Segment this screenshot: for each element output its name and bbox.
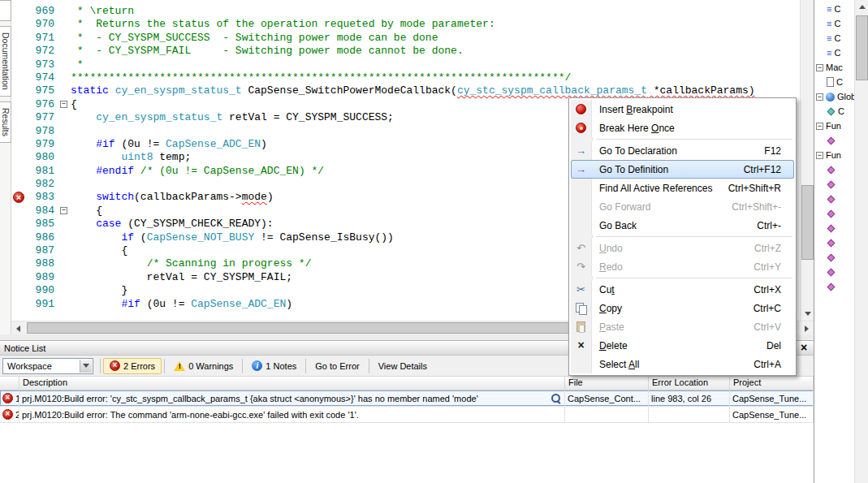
tree-item[interactable]: Fun	[816, 119, 854, 133]
breakpoint-margin[interactable]	[11, 71, 26, 84]
scroll-left-button[interactable]	[11, 321, 25, 335]
fold-toggle-icon[interactable]	[60, 207, 67, 214]
tree-item[interactable]: C	[816, 2, 854, 16]
breakpoint-margin[interactable]	[11, 111, 26, 124]
tree-item[interactable]	[816, 162, 854, 177]
tree-item[interactable]	[816, 177, 854, 192]
code-text[interactable]: * Returns the status of the operation re…	[71, 18, 495, 31]
left-tab-documentation[interactable]: Documentation	[0, 26, 11, 97]
notice-row[interactable]: 1prj.M0120:Build error: 'cy_stc_syspm_ca…	[0, 390, 814, 407]
code-text[interactable]: * \return	[71, 5, 134, 18]
collapse-icon[interactable]	[816, 64, 823, 71]
breakpoint-margin[interactable]	[11, 125, 26, 138]
code-text[interactable]: * - CY_SYSPM_SUCCESS - Switching power m…	[71, 32, 438, 45]
collapse-icon[interactable]	[816, 152, 823, 159]
tree-scrollbar-thumb[interactable]	[856, 15, 868, 80]
menu-item-cut[interactable]: CutCtrl+X	[571, 280, 794, 299]
breakpoint-margin[interactable]	[11, 138, 26, 151]
tree-item[interactable]: Glob	[816, 89, 854, 104]
tree-item[interactable]: Mac	[816, 60, 854, 75]
menu-item-find-all-active-references[interactable]: Find All Active ReferencesCtrl+Shift+R	[571, 179, 794, 197]
breakpoint-margin[interactable]	[11, 58, 26, 71]
menu-item-break-here-once[interactable]: Break Here Once	[571, 119, 794, 137]
code-text[interactable]: }	[71, 284, 127, 297]
notes-filter-button[interactable]: 1 Notes	[245, 358, 303, 374]
breakpoint-margin[interactable]	[11, 284, 26, 297]
menu-item-insert-breakpoint[interactable]: Insert Breakpoint	[571, 100, 794, 119]
code-text[interactable]: cy_en_syspm_status_t retVal = CY_SYSPM_S…	[71, 111, 394, 124]
code-text[interactable]: if (CapSense_NOT_BUSY != CapSense_IsBusy…	[71, 231, 394, 244]
breakpoint-margin[interactable]	[11, 151, 26, 164]
left-tab-partial[interactable]	[0, 0, 11, 21]
code-text[interactable]: {	[71, 244, 127, 257]
breakpoint-margin[interactable]	[11, 205, 26, 218]
scroll-up-button[interactable]	[855, 0, 868, 14]
notice-row[interactable]: 2prj.M0120:Build error: The command 'arm…	[0, 407, 814, 423]
tree-item[interactable]: C	[816, 104, 854, 119]
code-text[interactable]: {	[71, 205, 102, 218]
menu-item-go-back[interactable]: Go BackCtrl+-	[571, 216, 794, 235]
scroll-down-button[interactable]	[801, 307, 814, 321]
code-text[interactable]: ****************************************…	[71, 71, 571, 84]
breakpoint-margin[interactable]	[11, 178, 26, 191]
menu-item-go-to-definition[interactable]: Go To DefinitionCtrl+F12	[571, 160, 794, 179]
tree-vertical-scrollbar[interactable]	[854, 0, 868, 483]
tree-item[interactable]	[816, 265, 854, 279]
breakpoint-margin[interactable]	[11, 191, 26, 204]
collapse-icon[interactable]	[816, 123, 823, 130]
code-text[interactable]: * - CY_SYSPM_FAIL - Switching power mode…	[71, 45, 464, 58]
breakpoint-margin[interactable]	[11, 98, 26, 111]
column-header-error-location[interactable]: Error Location	[649, 377, 730, 390]
breakpoint-margin[interactable]	[11, 165, 26, 178]
close-icon[interactable]	[798, 343, 810, 354]
breakpoint-margin[interactable]	[11, 218, 26, 231]
breakpoint-margin[interactable]	[11, 271, 26, 284]
tree-item[interactable]: C	[816, 16, 854, 31]
menu-item-select-all[interactable]: Select AllCtrl+A	[571, 355, 794, 373]
code-text[interactable]: switch(callbackParams->mode)	[71, 191, 274, 204]
scope-filter-select[interactable]: Workspace	[2, 358, 93, 374]
breakpoint-margin[interactable]	[11, 298, 26, 311]
code-text[interactable]: *	[71, 58, 84, 71]
goto-error-button[interactable]: Go to Error	[309, 358, 365, 374]
tree-item[interactable]: Fun	[816, 148, 854, 162]
menu-item-paste[interactable]: PasteCtrl+V	[571, 317, 794, 336]
column-header-file[interactable]: File	[565, 377, 649, 390]
column-header-description[interactable]: Description	[19, 377, 565, 390]
magnifier-icon[interactable]	[551, 393, 562, 404]
tree-item[interactable]	[816, 133, 854, 148]
left-tab-results[interactable]: Results	[0, 101, 11, 143]
code-text[interactable]: #if (0u != CapSense_ADC_EN)	[71, 138, 267, 151]
tree-item[interactable]: C	[816, 75, 854, 89]
breakpoint-margin[interactable]	[11, 32, 26, 45]
tree-item[interactable]: C	[816, 45, 854, 60]
code-text[interactable]: case (CY_SYSPM_CHECK_READY):	[71, 218, 274, 231]
tree-item[interactable]	[816, 206, 854, 221]
breakpoint-margin[interactable]	[11, 231, 26, 244]
view-details-button[interactable]: View Details	[372, 358, 434, 374]
menu-item-go-to-declaration[interactable]: Go To DeclarationF12	[571, 141, 794, 160]
tree-item[interactable]	[816, 221, 854, 235]
code-text[interactable]: #if (0u != CapSense_ADC_EN)	[71, 298, 292, 311]
breakpoint-margin[interactable]	[11, 257, 26, 270]
breakpoint-margin[interactable]	[11, 18, 26, 31]
menu-item-copy[interactable]: CopyCtrl+C	[571, 299, 794, 317]
scroll-right-button[interactable]	[800, 321, 814, 335]
breakpoint-margin[interactable]	[11, 45, 26, 58]
code-text[interactable]: retVal = CY_SYSPM_FAIL;	[71, 271, 292, 284]
vertical-scrollbar-thumb[interactable]	[801, 185, 814, 260]
menu-item-go-forward[interactable]: Go ForwardCtrl+Shift+-	[571, 197, 794, 216]
code-text[interactable]: {	[71, 98, 77, 111]
code-text[interactable]: #endif /* (0u != CapSense_ADC_EN) */	[71, 165, 324, 178]
menu-item-delete[interactable]: DeleteDel	[571, 336, 794, 355]
menu-item-undo[interactable]: UndoCtrl+Z	[571, 239, 794, 257]
fold-toggle-icon[interactable]	[60, 101, 67, 108]
tree-item[interactable]	[816, 250, 854, 265]
code-text[interactable]: static cy_en_syspm_status_t CapSense_Swi…	[71, 84, 755, 97]
code-text[interactable]: uint8 temp;	[71, 151, 191, 164]
tree-item[interactable]	[816, 192, 854, 206]
breakpoint-margin[interactable]	[11, 5, 26, 18]
combo-arrow-button[interactable]	[80, 360, 92, 373]
breakpoint-margin[interactable]	[11, 244, 26, 257]
tree-item[interactable]: C	[816, 31, 854, 45]
